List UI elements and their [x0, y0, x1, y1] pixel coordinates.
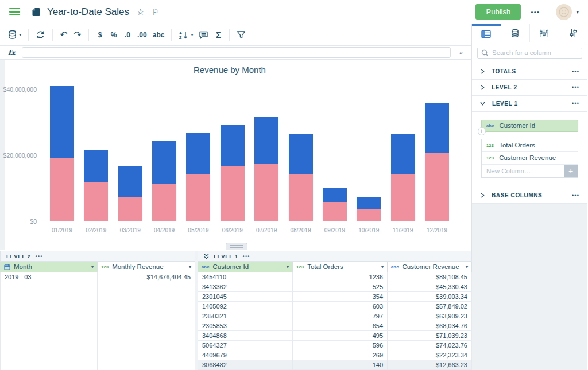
cell-customer-id[interactable]: 3454110 — [198, 272, 293, 282]
bar-segment-bottom[interactable] — [323, 202, 347, 221]
cell-customer-revenue[interactable]: $89,108.45 — [388, 272, 472, 282]
cell-customer-revenue[interactable]: $63,909.23 — [388, 311, 472, 321]
level2-table-header-bar[interactable]: LEVEL 2 ••• — [0, 251, 195, 262]
bar-segment-top[interactable] — [186, 133, 210, 174]
stacked-bar-03/2019[interactable] — [118, 166, 142, 221]
tab-columns[interactable] — [472, 24, 501, 42]
table-row[interactable]: 1405092603$57,849.02 — [198, 302, 472, 311]
table-row[interactable]: 2019 - 03 $14,676,404.45 — [0, 272, 195, 282]
cell-total-orders[interactable]: 603 — [293, 302, 388, 311]
bar-segment-top[interactable] — [84, 150, 108, 183]
bar-segment-bottom[interactable] — [357, 209, 381, 221]
column-header-monthly-revenue[interactable]: 123 Monthly Revenue ▾ — [98, 262, 195, 272]
cell-customer-id[interactable]: 5064327 — [198, 341, 293, 350]
stacked-bar-10/2019[interactable] — [357, 197, 381, 221]
table-row[interactable]: 4409679269$22,323.34 — [198, 350, 472, 360]
column-header-total-orders[interactable]: 123 Total Orders ▾ — [293, 262, 388, 272]
sum-button[interactable]: Σ — [211, 28, 225, 42]
more-menu-icon[interactable]: ••• — [572, 193, 579, 198]
panel-level2[interactable]: LEVEL 2 ••• — [472, 80, 587, 96]
bar-segment-bottom[interactable] — [186, 174, 210, 221]
bar-segment-top[interactable] — [391, 134, 415, 174]
cell-monthly-revenue[interactable]: $14,676,404.45 — [98, 272, 195, 282]
new-column-row[interactable]: New Column… + — [482, 165, 578, 177]
table-row[interactable]: 2301045354$39,003.34 — [198, 292, 472, 302]
increase-decimal-button[interactable]: .00 — [134, 28, 150, 42]
more-menu-icon[interactable]: ••• — [572, 100, 579, 106]
cell-total-orders[interactable]: 596 — [293, 341, 388, 350]
undo-button[interactable]: ↶ — [57, 28, 71, 42]
panel-base-columns[interactable]: BASE COLUMNS ••• — [472, 188, 587, 204]
cell-customer-revenue[interactable]: $12,663.23 — [388, 360, 472, 370]
cell-customer-id[interactable]: 2301045 — [198, 292, 293, 302]
cell-customer-revenue[interactable]: $74,023.76 — [388, 341, 472, 350]
stacked-bar-04/2019[interactable] — [152, 141, 176, 221]
stacked-bar-07/2019[interactable] — [254, 117, 278, 221]
stacked-bar-11/2019[interactable] — [391, 134, 415, 221]
stacked-bar-12/2019[interactable] — [425, 103, 449, 221]
cell-customer-id[interactable]: 1405092 — [198, 302, 293, 311]
cell-customer-revenue[interactable]: $45,330.43 — [388, 282, 472, 292]
column-header-customer-id[interactable]: abc Customer Id ▾ — [198, 262, 293, 272]
bar-segment-bottom[interactable] — [118, 197, 142, 221]
account-caret-icon[interactable]: ▾ — [576, 9, 579, 15]
refresh-button[interactable] — [33, 28, 48, 42]
cell-customer-id[interactable]: 4409679 — [198, 350, 293, 360]
stacked-bar-05/2019[interactable] — [186, 133, 210, 221]
bar-segment-top[interactable] — [220, 125, 245, 166]
table-row[interactable]: 3404868495$71,039.23 — [198, 331, 472, 341]
column-item-total-orders[interactable]: 123 Total Orders — [482, 139, 578, 152]
bar-segment-bottom[interactable] — [152, 184, 176, 221]
more-menu-icon[interactable]: ••• — [36, 254, 43, 259]
column-menu-caret-icon[interactable]: ▾ — [466, 264, 468, 270]
cell-customer-revenue[interactable]: $68,034.76 — [388, 321, 472, 331]
add-column-button[interactable]: + — [564, 165, 578, 177]
cell-customer-revenue[interactable]: $22,323.34 — [388, 350, 472, 360]
stacked-bar-01/2019[interactable] — [50, 86, 74, 221]
double-chevron-down-icon[interactable] — [204, 254, 209, 259]
column-item-customer-revenue[interactable]: 123 Customer Revenue — [482, 152, 578, 165]
panel-level1[interactable]: LEVEL 1 ••• — [472, 96, 587, 112]
table-row[interactable]: 2350321797$63,909.23 — [198, 311, 472, 321]
tab-data-sources[interactable] — [501, 24, 531, 42]
table-row[interactable]: 3068482140$12,663.23 — [198, 360, 472, 370]
table-row[interactable]: 34541101236$89,108.45 — [198, 272, 472, 282]
stacked-bar-06/2019[interactable] — [220, 125, 245, 221]
tab-controls[interactable] — [559, 24, 588, 42]
bar-segment-bottom[interactable] — [289, 174, 313, 221]
cell-total-orders[interactable]: 797 — [293, 311, 388, 321]
resize-handle[interactable] — [226, 243, 247, 250]
bar-segment-bottom[interactable] — [50, 158, 74, 221]
bar-segment-top[interactable] — [289, 134, 313, 174]
table-row[interactable]: 5064327596$74,023.76 — [198, 341, 472, 350]
bar-segment-bottom[interactable] — [220, 166, 245, 221]
cell-total-orders[interactable]: 1236 — [293, 272, 388, 282]
bar-segment-top[interactable] — [118, 166, 142, 197]
publish-button[interactable]: Publish — [475, 4, 521, 20]
chart-element[interactable]: Revenue by Month $40,000,000 $20,000,000… — [0, 60, 471, 250]
bar-segment-top[interactable] — [425, 103, 449, 153]
column-menu-caret-icon[interactable]: ▾ — [381, 264, 384, 270]
more-menu-icon[interactable]: ••• — [531, 9, 540, 15]
comment-button[interactable] — [196, 28, 211, 42]
formula-input[interactable] — [22, 47, 451, 58]
bar-segment-bottom[interactable] — [391, 174, 415, 221]
add-grouping-icon[interactable]: + — [478, 127, 486, 135]
cell-total-orders[interactable]: 525 — [293, 282, 388, 292]
sort-button[interactable]: AZ ▾ — [176, 28, 196, 42]
cell-customer-revenue[interactable]: $71,039.23 — [388, 331, 472, 341]
cell-total-orders[interactable]: 269 — [293, 350, 388, 360]
tab-visualizations[interactable] — [530, 24, 559, 42]
cell-customer-id[interactable]: 2305853 — [198, 321, 293, 331]
cell-total-orders[interactable]: 654 — [293, 321, 388, 331]
menu-icon[interactable] — [9, 8, 20, 16]
currency-format-button[interactable]: $ — [93, 28, 107, 42]
cell-customer-id[interactable]: 2350321 — [198, 311, 293, 321]
bar-segment-bottom[interactable] — [254, 164, 278, 221]
bar-segment-top[interactable] — [152, 141, 176, 184]
cell-total-orders[interactable]: 495 — [293, 331, 388, 341]
table-row[interactable]: 3413362525$45,330.43 — [198, 282, 472, 292]
column-menu-caret-icon[interactable]: ▾ — [91, 264, 94, 270]
flag-icon[interactable]: ⚐ — [152, 7, 159, 16]
favorite-star-icon[interactable]: ☆ — [137, 7, 144, 16]
